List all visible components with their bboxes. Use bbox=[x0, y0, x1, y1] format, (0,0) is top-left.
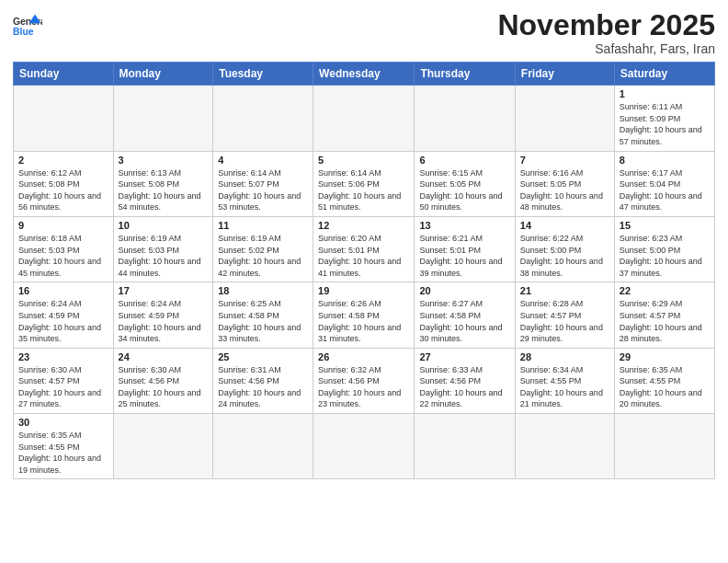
day-info: Sunrise: 6:14 AM Sunset: 5:06 PM Dayligh… bbox=[318, 167, 409, 213]
day-number: 23 bbox=[18, 351, 108, 362]
day-info: Sunrise: 6:34 AM Sunset: 4:55 PM Dayligh… bbox=[520, 364, 609, 410]
day-number: 20 bbox=[419, 285, 509, 296]
day-info: Sunrise: 6:30 AM Sunset: 4:57 PM Dayligh… bbox=[18, 364, 108, 410]
title-block: November 2025 Safashahr, Fars, Iran bbox=[497, 9, 715, 56]
day-cell bbox=[415, 414, 515, 479]
day-cell: 15Sunrise: 6:23 AM Sunset: 5:00 PM Dayli… bbox=[614, 216, 714, 282]
day-cell: 12Sunrise: 6:20 AM Sunset: 5:01 PM Dayli… bbox=[313, 216, 415, 282]
svg-text:Blue: Blue bbox=[13, 27, 34, 37]
day-number: 11 bbox=[218, 220, 308, 231]
day-number: 3 bbox=[119, 155, 209, 166]
day-cell bbox=[415, 86, 515, 151]
day-info: Sunrise: 6:13 AM Sunset: 5:08 PM Dayligh… bbox=[119, 167, 209, 213]
day-info: Sunrise: 6:19 AM Sunset: 5:03 PM Dayligh… bbox=[119, 233, 209, 279]
day-cell: 5Sunrise: 6:14 AM Sunset: 5:06 PM Daylig… bbox=[313, 151, 415, 216]
day-info: Sunrise: 6:16 AM Sunset: 5:05 PM Dayligh… bbox=[520, 167, 609, 213]
calendar-page: General Blue November 2025 Safashahr, Fa… bbox=[0, 0, 728, 563]
day-number: 8 bbox=[620, 155, 710, 166]
day-info: Sunrise: 6:35 AM Sunset: 4:55 PM Dayligh… bbox=[18, 430, 108, 476]
day-cell: 19Sunrise: 6:26 AM Sunset: 4:58 PM Dayli… bbox=[313, 282, 415, 348]
day-info: Sunrise: 6:26 AM Sunset: 4:58 PM Dayligh… bbox=[318, 298, 409, 344]
day-cell: 8Sunrise: 6:17 AM Sunset: 5:04 PM Daylig… bbox=[614, 151, 714, 216]
day-cell: 17Sunrise: 6:24 AM Sunset: 4:59 PM Dayli… bbox=[113, 282, 213, 348]
day-info: Sunrise: 6:33 AM Sunset: 4:56 PM Dayligh… bbox=[419, 364, 509, 410]
day-cell: 4Sunrise: 6:14 AM Sunset: 5:07 PM Daylig… bbox=[213, 151, 313, 216]
day-cell: 16Sunrise: 6:24 AM Sunset: 4:59 PM Dayli… bbox=[14, 282, 114, 348]
day-info: Sunrise: 6:12 AM Sunset: 5:08 PM Dayligh… bbox=[18, 167, 108, 213]
day-number: 19 bbox=[318, 285, 409, 296]
day-number: 21 bbox=[520, 285, 609, 296]
day-info: Sunrise: 6:21 AM Sunset: 5:01 PM Dayligh… bbox=[419, 233, 509, 279]
day-cell: 24Sunrise: 6:30 AM Sunset: 4:56 PM Dayli… bbox=[113, 348, 213, 413]
day-cell: 9Sunrise: 6:18 AM Sunset: 5:03 PM Daylig… bbox=[14, 216, 114, 282]
day-cell bbox=[515, 86, 614, 151]
day-cell bbox=[313, 86, 415, 151]
day-cell: 21Sunrise: 6:28 AM Sunset: 4:57 PM Dayli… bbox=[515, 282, 614, 348]
day-cell: 13Sunrise: 6:21 AM Sunset: 5:01 PM Dayli… bbox=[415, 216, 515, 282]
day-number: 16 bbox=[18, 285, 108, 296]
day-number: 15 bbox=[620, 220, 710, 231]
day-info: Sunrise: 6:30 AM Sunset: 4:56 PM Dayligh… bbox=[119, 364, 209, 410]
day-cell: 11Sunrise: 6:19 AM Sunset: 5:02 PM Dayli… bbox=[213, 216, 313, 282]
day-number: 26 bbox=[318, 351, 409, 362]
day-number: 25 bbox=[218, 351, 308, 362]
day-info: Sunrise: 6:22 AM Sunset: 5:00 PM Dayligh… bbox=[520, 233, 609, 279]
day-number: 17 bbox=[119, 285, 209, 296]
day-info: Sunrise: 6:25 AM Sunset: 4:58 PM Dayligh… bbox=[218, 298, 308, 344]
day-info: Sunrise: 6:20 AM Sunset: 5:01 PM Dayligh… bbox=[318, 233, 409, 279]
day-info: Sunrise: 6:28 AM Sunset: 4:57 PM Dayligh… bbox=[520, 298, 609, 344]
day-info: Sunrise: 6:29 AM Sunset: 4:57 PM Dayligh… bbox=[620, 298, 710, 344]
day-cell: 2Sunrise: 6:12 AM Sunset: 5:08 PM Daylig… bbox=[14, 151, 114, 216]
weekday-header-wednesday: Wednesday bbox=[313, 63, 415, 86]
day-number: 7 bbox=[520, 155, 609, 166]
day-cell bbox=[313, 414, 415, 479]
day-info: Sunrise: 6:18 AM Sunset: 5:03 PM Dayligh… bbox=[18, 233, 108, 279]
day-cell: 10Sunrise: 6:19 AM Sunset: 5:03 PM Dayli… bbox=[113, 216, 213, 282]
day-cell bbox=[113, 86, 213, 151]
day-number: 28 bbox=[520, 351, 609, 362]
week-row-1: 2Sunrise: 6:12 AM Sunset: 5:08 PM Daylig… bbox=[14, 151, 715, 216]
day-cell: 7Sunrise: 6:16 AM Sunset: 5:05 PM Daylig… bbox=[515, 151, 614, 216]
day-info: Sunrise: 6:14 AM Sunset: 5:07 PM Dayligh… bbox=[218, 167, 308, 213]
day-number: 13 bbox=[419, 220, 509, 231]
day-number: 2 bbox=[18, 155, 108, 166]
header: General Blue November 2025 Safashahr, Fa… bbox=[13, 9, 715, 56]
day-cell bbox=[515, 414, 614, 479]
day-info: Sunrise: 6:32 AM Sunset: 4:56 PM Dayligh… bbox=[318, 364, 409, 410]
month-title: November 2025 bbox=[497, 9, 715, 41]
day-cell: 1Sunrise: 6:11 AM Sunset: 5:09 PM Daylig… bbox=[614, 86, 714, 151]
day-info: Sunrise: 6:15 AM Sunset: 5:05 PM Dayligh… bbox=[419, 167, 509, 213]
day-info: Sunrise: 6:19 AM Sunset: 5:02 PM Dayligh… bbox=[218, 233, 308, 279]
day-number: 30 bbox=[18, 417, 108, 428]
day-cell: 18Sunrise: 6:25 AM Sunset: 4:58 PM Dayli… bbox=[213, 282, 313, 348]
day-number: 1 bbox=[620, 88, 710, 99]
week-row-3: 16Sunrise: 6:24 AM Sunset: 4:59 PM Dayli… bbox=[14, 282, 715, 348]
day-cell: 20Sunrise: 6:27 AM Sunset: 4:58 PM Dayli… bbox=[415, 282, 515, 348]
week-row-5: 30Sunrise: 6:35 AM Sunset: 4:55 PM Dayli… bbox=[14, 414, 715, 479]
day-cell: 6Sunrise: 6:15 AM Sunset: 5:05 PM Daylig… bbox=[415, 151, 515, 216]
day-number: 10 bbox=[119, 220, 209, 231]
day-cell bbox=[213, 86, 313, 151]
weekday-header-monday: Monday bbox=[113, 63, 213, 86]
day-number: 22 bbox=[620, 285, 710, 296]
day-info: Sunrise: 6:17 AM Sunset: 5:04 PM Dayligh… bbox=[620, 167, 710, 213]
logo: General Blue bbox=[13, 13, 42, 39]
day-info: Sunrise: 6:11 AM Sunset: 5:09 PM Dayligh… bbox=[620, 101, 710, 147]
week-row-2: 9Sunrise: 6:18 AM Sunset: 5:03 PM Daylig… bbox=[14, 216, 715, 282]
day-number: 27 bbox=[419, 351, 509, 362]
day-number: 18 bbox=[218, 285, 308, 296]
day-number: 9 bbox=[18, 220, 108, 231]
day-number: 29 bbox=[620, 351, 710, 362]
weekday-header-row: SundayMondayTuesdayWednesdayThursdayFrid… bbox=[14, 63, 715, 86]
day-cell bbox=[213, 414, 313, 479]
day-info: Sunrise: 6:35 AM Sunset: 4:55 PM Dayligh… bbox=[620, 364, 710, 410]
day-cell: 26Sunrise: 6:32 AM Sunset: 4:56 PM Dayli… bbox=[313, 348, 415, 413]
week-row-4: 23Sunrise: 6:30 AM Sunset: 4:57 PM Dayli… bbox=[14, 348, 715, 413]
day-number: 5 bbox=[318, 155, 409, 166]
day-cell: 30Sunrise: 6:35 AM Sunset: 4:55 PM Dayli… bbox=[14, 414, 114, 479]
weekday-header-tuesday: Tuesday bbox=[213, 63, 313, 86]
subtitle: Safashahr, Fars, Iran bbox=[497, 41, 715, 56]
day-number: 24 bbox=[119, 351, 209, 362]
week-row-0: 1Sunrise: 6:11 AM Sunset: 5:09 PM Daylig… bbox=[14, 86, 715, 151]
day-cell bbox=[614, 414, 714, 479]
